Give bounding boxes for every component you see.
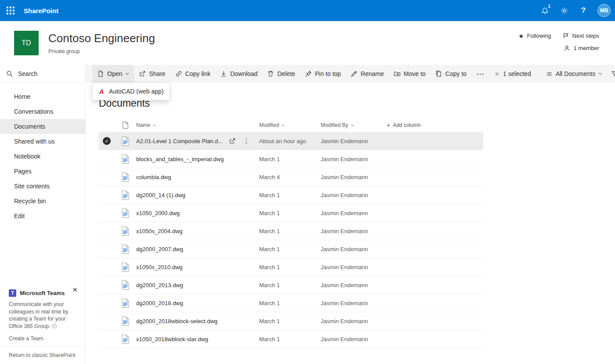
app-launcher-button[interactable] [0, 0, 21, 21]
sidebar-item-pages[interactable]: Pages [0, 164, 85, 179]
sidebar: HomeConversationsDocumentsShared with us… [0, 65, 86, 364]
column-header-name[interactable]: Name [136, 122, 259, 128]
download-button[interactable]: Download [215, 65, 262, 83]
open-button[interactable]: Open [92, 65, 134, 83]
column-header-modified-by[interactable]: Modified By [321, 122, 387, 128]
row-selection-cell[interactable]: ✓ [99, 335, 115, 343]
table-row[interactable]: ✓ x1050_2018wblock-star.dwg ⋮ March 1 Ja… [99, 330, 483, 348]
file-name[interactable]: dg2000_2018.dwg [136, 300, 183, 306]
file-name[interactable]: dg2000_2018wblock-select.dwg [136, 318, 217, 324]
account-avatar[interactable]: MB [597, 4, 611, 17]
notifications-button[interactable]: 1 [536, 2, 554, 19]
file-name[interactable]: dg2000_2007.dwg [136, 246, 183, 252]
app-name[interactable]: SharePoint [24, 7, 58, 14]
file-name[interactable]: x1050_2000.dwg [136, 210, 180, 216]
sidebar-item-notebook[interactable]: Notebook [0, 149, 85, 164]
share-row-icon[interactable] [229, 137, 236, 144]
flag-icon [563, 32, 569, 39]
row-selection-cell[interactable]: ✓ [99, 137, 115, 145]
copy-link-button[interactable]: Copy link [170, 65, 216, 83]
file-name[interactable]: x1050s_2004.dwg [136, 228, 183, 234]
file-name[interactable]: dg2000_14 (1).dwg [136, 192, 185, 198]
create-team-link[interactable]: Create a Team [9, 335, 43, 342]
members-button[interactable]: 1 member [564, 45, 599, 51]
row-selection-cell[interactable]: ✓ [99, 191, 115, 199]
copy-to-button[interactable]: Copy to [430, 65, 471, 83]
info-icon[interactable]: ⓘ [52, 324, 57, 329]
row-selection-cell[interactable]: ✓ [99, 299, 115, 307]
classic-sharepoint-link[interactable]: Return to classic SharePoint [0, 346, 85, 364]
dwg-file-icon [115, 137, 136, 146]
table-row[interactable]: ✓ dg2000_2007.dwg ⋮ March 1 Jasmin Endem… [99, 240, 483, 258]
sidebar-item-edit[interactable]: Edit [0, 209, 85, 223]
sidebar-item-site-contents[interactable]: Site contents [0, 179, 85, 194]
file-name[interactable]: blocks_and_tables_-_imperial.dwg [136, 156, 224, 162]
file-type-column-icon[interactable] [123, 122, 128, 129]
pin-to-top-button[interactable]: Pin to top [300, 65, 346, 83]
sidebar-item-documents[interactable]: Documents [0, 119, 85, 134]
following-button[interactable]: ★ Following [518, 32, 551, 39]
sidebar-item-recycle-bin[interactable]: Recycle bin [0, 194, 85, 209]
table-row[interactable]: ✓ columbia.dwg ⋮ March 4 Jasmin Endemann [99, 168, 483, 186]
table-row[interactable]: ✓ x1050s_2004.dwg ⋮ March 1 Jasmin Endem… [99, 222, 483, 240]
clear-selection-button[interactable]: 1 selected [490, 65, 535, 83]
site-header-actions: ★ Following Next steps 1 member [518, 32, 599, 51]
site-logo[interactable]: TD [14, 31, 39, 55]
teams-promo-body: Communicate with your colleagues in real… [9, 301, 78, 330]
row-selection-cell[interactable]: ✓ [99, 263, 115, 271]
file-name[interactable]: dg2000_2013.dwg [136, 282, 183, 288]
row-selection-cell[interactable]: ✓ [99, 317, 115, 325]
row-selection-cell[interactable]: ✓ [99, 245, 115, 253]
search-icon [6, 70, 13, 77]
move-to-button[interactable]: Move to [389, 65, 430, 83]
sidebar-item-shared-with-us[interactable]: Shared with us [0, 134, 85, 149]
file-name[interactable]: columbia.dwg [136, 174, 171, 180]
view-selector-button[interactable]: All Documents [542, 65, 607, 83]
row-selection-cell[interactable]: ✓ [99, 173, 115, 181]
modified-by-cell: Jasmin Endemann [321, 228, 387, 234]
help-button[interactable]: ? [575, 2, 592, 19]
settings-button[interactable] [555, 2, 573, 19]
search-box[interactable] [0, 65, 85, 83]
file-name[interactable]: x1050_2018wblock-star.dwg [136, 336, 208, 342]
modified-cell: March 1 [259, 282, 321, 288]
share-button[interactable]: Share [134, 65, 170, 83]
row-selection-cell[interactable]: ✓ [99, 281, 115, 289]
overflow-menu-button[interactable]: ··· [471, 65, 490, 83]
column-header-modified[interactable]: Modified [259, 122, 321, 128]
row-selection-cell[interactable]: ✓ [99, 155, 115, 163]
table-row[interactable]: ✓ dg2000_2018wblock-select.dwg ⋮ March 1… [99, 312, 483, 330]
sort-chevron-icon [152, 124, 156, 126]
plus-icon: + [387, 122, 390, 128]
rename-button[interactable]: Rename [346, 65, 389, 83]
row-selection-cell[interactable]: ✓ [99, 227, 115, 235]
file-name[interactable]: x1050s_2010.dwg [136, 264, 183, 270]
notification-badge: 1 [548, 4, 550, 9]
search-input[interactable] [17, 70, 74, 78]
next-steps-label: Next steps [572, 32, 599, 39]
sort-chevron-icon [281, 124, 285, 126]
add-column-button[interactable]: + Add column [387, 122, 421, 128]
delete-button[interactable]: Delete [262, 65, 300, 83]
sidebar-item-home[interactable]: Home [0, 89, 85, 104]
file-name[interactable]: A2.01-Level 1 Composite Plan.d... [136, 138, 223, 144]
site-header: TD Contoso Engineering Private group ★ F… [0, 21, 615, 65]
next-steps-button[interactable]: Next steps [563, 32, 599, 39]
table-row[interactable]: ✓ dg2000_2013.dwg ⋮ March 1 Jasmin Endem… [99, 276, 483, 294]
sidebar-item-conversations[interactable]: Conversations [0, 104, 85, 119]
more-actions-icon[interactable]: ⋮ [243, 137, 250, 145]
table-row[interactable]: ✓ x1050s_2010.dwg ⋮ March 1 Jasmin Endem… [99, 258, 483, 276]
menu-item-autocad-web-app[interactable]: A AutoCAD (web app) [93, 84, 169, 99]
table-row[interactable]: ✓ A2.01-Level 1 Composite Plan.d... ⋮ Ab… [99, 132, 483, 150]
site-title[interactable]: Contoso Engineering [48, 32, 155, 45]
selected-check-icon[interactable]: ✓ [103, 137, 111, 145]
table-row[interactable]: ✓ x1050_2000.dwg ⋮ March 1 Jasmin Endema… [99, 204, 483, 222]
close-icon[interactable]: × [70, 285, 80, 294]
modified-cell: March 1 [259, 300, 321, 306]
table-row[interactable]: ✓ dg2000_2018.dwg ⋮ March 1 Jasmin Endem… [99, 294, 483, 312]
row-selection-cell[interactable]: ✓ [99, 209, 115, 217]
view-list-icon [546, 71, 553, 77]
table-row[interactable]: ✓ dg2000_14 (1).dwg ⋮ March 1 Jasmin End… [99, 186, 483, 204]
table-row[interactable]: ✓ blocks_and_tables_-_imperial.dwg ⋮ Mar… [99, 150, 483, 168]
filter-button[interactable] [607, 65, 615, 83]
